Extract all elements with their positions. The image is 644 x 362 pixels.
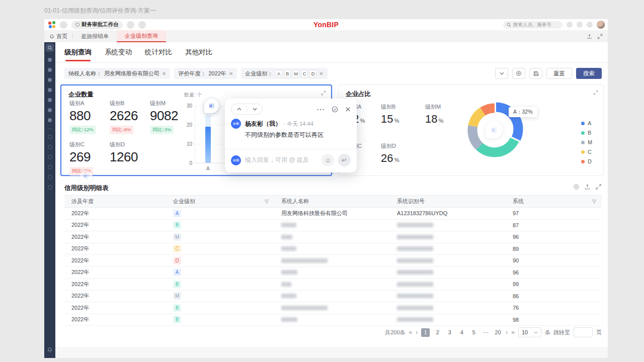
nav-circle-icon[interactable] [138, 21, 146, 29]
nav-circle-icon[interactable] [127, 21, 134, 29]
sidebar-item-icon[interactable] [48, 175, 52, 179]
user-avatar[interactable] [597, 21, 605, 29]
workspace-pill[interactable]: 财务审批工作台 [71, 21, 123, 29]
upload-icon[interactable] [587, 34, 592, 39]
sidebar-item-icon[interactable] [48, 118, 52, 122]
module-tab-2[interactable]: 统计对比 [145, 48, 172, 61]
col-id[interactable]: 系统识别号 [390, 198, 506, 205]
filter-chip-taxpayer[interactable]: 纳税人名称：用友网络股份有限公司✕ [64, 68, 170, 79]
legend-item-M[interactable]: M [581, 139, 592, 145]
table-row[interactable]: 2022年 C 89 [64, 243, 602, 255]
filter-funnel-icon[interactable] [592, 199, 597, 204]
sidebar-item-icon[interactable] [48, 108, 52, 112]
table-row[interactable]: 2022年 B 76 [64, 302, 602, 314]
nav-circle-icon[interactable] [60, 21, 67, 29]
sidebar-item-icon[interactable] [48, 135, 52, 139]
panel-company-ratio[interactable]: 企业占比 级别A32 % 级别B15 % 级别M18 % 级别C % 级别D26… [338, 84, 604, 176]
sidebar-item-icon[interactable] [48, 155, 52, 159]
save-plan-button[interactable] [529, 68, 542, 79]
home-tab[interactable]: 首页 [44, 30, 72, 42]
more-options-button[interactable]: ⋯ [316, 105, 325, 114]
close-popup-button[interactable] [345, 107, 351, 112]
col-level[interactable]: 企业级别 [166, 198, 274, 205]
global-search-input[interactable]: 搜索人员、服务等 [503, 21, 562, 29]
comment-pin-faint[interactable]: 彬 [486, 121, 503, 138]
sidebar-search-button[interactable] [46, 44, 54, 52]
page-number-4[interactable]: 4 [457, 328, 466, 337]
comment-pin[interactable]: 彬 [204, 99, 219, 113]
sidebar-item-icon[interactable] [48, 185, 52, 190]
resolve-comment-button[interactable] [332, 106, 338, 113]
notification-bell-icon[interactable] [47, 347, 53, 353]
sidebar-item-icon[interactable] [48, 145, 52, 149]
first-page-button[interactable]: « [409, 329, 413, 336]
filter-collapse-button[interactable] [495, 68, 508, 79]
page-number-20[interactable]: 20 [494, 328, 502, 337]
panel-title: 企业数量 [68, 90, 94, 99]
filter-chip-levels[interactable]: 企业级别： ABMCD ✕ [241, 68, 327, 79]
prev-comment-button[interactable] [231, 104, 247, 114]
chip-remove-icon[interactable]: ✕ [229, 71, 233, 76]
legend-item-B[interactable]: B [581, 130, 592, 136]
legend-item-A[interactable]: A [581, 120, 592, 126]
page-number-2[interactable]: 2 [433, 328, 442, 337]
page-number-1[interactable]: 1 [421, 328, 430, 337]
sidebar-item-icon[interactable] [48, 165, 52, 169]
table-row[interactable]: 2022年 A 96 [64, 267, 602, 279]
module-tab-3[interactable]: 其他对比 [185, 48, 212, 61]
app-window: 财务审批工作台 YonBIP 搜索人员、服务等 首页 差旅报销单 企业级别查询 [44, 19, 608, 358]
prev-page-button[interactable]: ‹ [416, 329, 418, 336]
col-score[interactable]: 系统 [506, 198, 602, 205]
reply-input[interactable]: 输入回复，可用 @ 提及 [245, 156, 317, 164]
search-button[interactable]: 搜索 [576, 68, 602, 79]
table-row[interactable]: 2022年 D 90 [64, 255, 602, 267]
jump-page-input[interactable] [574, 327, 593, 337]
table-settings-icon[interactable] [573, 184, 580, 190]
next-page-button[interactable]: › [506, 329, 508, 336]
filter-chip-year[interactable]: 评价年度：2022年✕ [174, 68, 237, 79]
chip-remove-icon[interactable]: ✕ [162, 71, 166, 76]
next-comment-button[interactable] [247, 104, 262, 114]
workspace-pill-label: 财务审批工作台 [82, 21, 119, 28]
filter-settings-button[interactable] [512, 68, 525, 79]
table-expand-icon[interactable] [595, 184, 602, 190]
table-row[interactable]: 2022年 B 87 [64, 220, 602, 232]
page-number-3[interactable]: 3 [445, 328, 454, 337]
panel-expand-icon[interactable] [593, 90, 598, 95]
filter-funnel-icon[interactable] [264, 199, 269, 204]
chip-remove-icon[interactable]: ✕ [319, 71, 323, 76]
send-reply-button[interactable]: ↵ [338, 154, 351, 166]
table-row[interactable]: 2022年 A 用友网络科技股份有限公司 A1231832786UYDQ 97 [64, 208, 602, 220]
page-size-select[interactable]: 10 [518, 327, 541, 337]
table-export-icon[interactable] [584, 184, 591, 190]
legend-item-D[interactable]: D [581, 158, 592, 164]
table-row[interactable]: 2022年 M 96 [64, 231, 602, 243]
tab-travel-expense[interactable]: 差旅报销单 [73, 30, 117, 42]
header-action-icon[interactable] [567, 22, 573, 28]
module-tab-1[interactable]: 系统变动 [105, 48, 132, 61]
table-row[interactable]: 2022年 B 99 [64, 279, 602, 291]
sidebar-item-icon[interactable] [48, 68, 52, 72]
expand-icon[interactable] [597, 34, 603, 39]
sidebar-item-icon[interactable] [48, 88, 52, 92]
last-page-button[interactable]: » [511, 329, 515, 336]
page-number-5[interactable]: 5 [469, 328, 478, 337]
module-tab-0[interactable]: 级别查询 [64, 48, 92, 61]
reset-button[interactable]: 重置 [546, 68, 572, 79]
sidebar-item-icon[interactable] [48, 58, 52, 62]
page-ellipsis[interactable]: ⋯ [481, 328, 490, 337]
header-action-icon[interactable] [587, 22, 593, 28]
app-logo-icon[interactable] [48, 21, 56, 29]
bar-A[interactable] [205, 127, 211, 163]
sidebar-item-icon[interactable] [48, 98, 52, 102]
col-year[interactable]: 涉及年度 [64, 198, 166, 205]
col-name[interactable]: 系统人名称 [274, 198, 390, 205]
table-row[interactable]: 2022年 M 86 [64, 291, 602, 303]
emoji-button[interactable]: ☺ [321, 154, 334, 166]
comment-pin-faint[interactable]: 彬 [79, 170, 93, 183]
header-action-icon[interactable] [577, 22, 583, 28]
sidebar-item-icon[interactable] [48, 78, 52, 82]
legend-item-C[interactable]: C [581, 149, 592, 155]
tab-enterprise-level-query[interactable]: 企业级别查询 [117, 30, 166, 42]
table-row[interactable]: 2022年 B 98 [64, 314, 602, 326]
